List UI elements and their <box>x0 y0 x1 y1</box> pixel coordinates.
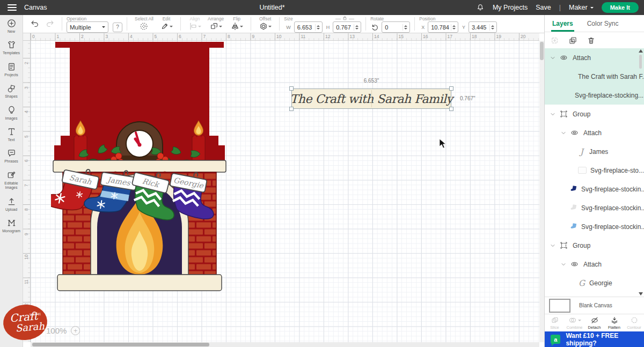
canvas-vertical-scroll-thumb[interactable] <box>540 42 544 60</box>
rotate-stepper[interactable] <box>402 24 408 31</box>
selection-handle-bottom-left[interactable] <box>289 107 294 111</box>
detach-icon <box>590 316 599 324</box>
detach-button[interactable]: Detach <box>584 314 604 331</box>
promo-banner[interactable]: a Want £10 + FREE shipping? <box>545 331 644 347</box>
combine-button[interactable]: Combine <box>565 314 584 331</box>
flatten-button[interactable]: Flatten <box>604 314 624 331</box>
undo-icon[interactable] <box>30 19 39 29</box>
operation-label: Operation <box>67 16 122 21</box>
size-lock[interactable] <box>335 15 354 21</box>
canvas-vertical-scrollbar[interactable] <box>539 41 544 342</box>
tab-color-sync[interactable]: Color Sync <box>587 15 619 32</box>
selection-handle-top-right[interactable] <box>449 86 453 91</box>
arrange-button[interactable]: Arrange <box>204 15 227 33</box>
rotate-icon[interactable] <box>370 23 380 32</box>
sidebar-item-editable-images[interactable]: Editable Images <box>0 167 23 193</box>
rotate-input[interactable]: 0 <box>382 21 410 33</box>
layer-row-group[interactable]: Group <box>545 236 644 255</box>
x-axis-label: X <box>421 25 425 30</box>
chevron-down-icon[interactable] <box>561 130 566 136</box>
layers-scrollbar[interactable] <box>638 49 643 296</box>
mouse-cursor <box>439 138 447 149</box>
offset-button[interactable]: Offset <box>255 15 275 33</box>
duplicate-icon[interactable] <box>568 36 577 45</box>
height-input[interactable]: 0.767 <box>333 21 361 33</box>
position-y-input[interactable]: 3.445 <box>469 21 497 33</box>
selected-text-object[interactable]: The Craft with Sarah Family <box>291 88 451 109</box>
contour-button[interactable]: Contour <box>624 314 644 331</box>
sidebar-item-images[interactable]: Images <box>0 102 23 123</box>
height-stepper[interactable] <box>354 24 360 31</box>
scroll-up-icon[interactable] <box>639 49 643 53</box>
layer-label: Svg-fireplace-stockin... <box>581 223 644 231</box>
bell-icon[interactable] <box>476 3 485 12</box>
chevron-down-icon[interactable] <box>561 262 566 267</box>
slice-button[interactable]: Slice <box>545 314 565 331</box>
sidebar-item-templates[interactable]: Templates <box>0 36 23 58</box>
action-label: Combine <box>566 325 582 330</box>
group-icon <box>559 241 568 250</box>
save-link[interactable]: Save <box>536 4 551 11</box>
sidebar-item-projects[interactable]: Projects <box>0 58 23 80</box>
canvas-color-swatch[interactable] <box>549 299 570 313</box>
operation-select[interactable]: Multiple <box>67 21 108 33</box>
make-it-button[interactable]: Make It <box>602 2 639 13</box>
sidebar-item-upload[interactable]: Upload <box>0 193 23 215</box>
fireplace-artwork[interactable]: Sarah James Rick <box>51 41 228 295</box>
zoom-in-icon[interactable]: + <box>71 326 80 335</box>
blank-canvas-row: Blank Canvas <box>545 297 644 314</box>
sidebar-item-shapes[interactable]: Shapes <box>0 80 23 101</box>
zoom-level: 100% <box>46 326 67 335</box>
sidebar-item-label: Editable Images <box>1 181 22 190</box>
document-title: Untitled* <box>0 4 544 11</box>
select-all-button[interactable]: Select All <box>131 15 157 33</box>
position-x-stepper[interactable] <box>451 24 457 31</box>
align-button[interactable]: Align <box>185 15 204 33</box>
chevron-down-icon[interactable] <box>550 243 555 248</box>
position-x-input[interactable]: 10.784 <box>428 21 458 33</box>
chevron-down-icon[interactable] <box>550 55 555 61</box>
flip-button[interactable]: Flip <box>227 15 246 33</box>
layer-row-the-craft-with-sarah-f[interactable]: The Craft with Sarah F... <box>545 67 644 86</box>
my-projects-link[interactable]: My Projects <box>493 4 528 11</box>
width-input[interactable]: 6.653 <box>294 21 323 33</box>
chevron-down-icon <box>102 26 105 29</box>
width-stepper[interactable] <box>315 24 321 31</box>
design-grid[interactable]: Sarah James Rick <box>31 41 539 342</box>
tab-layers[interactable]: Layers <box>552 15 573 32</box>
edit-menu-button[interactable]: Edit <box>157 15 176 33</box>
layer-row-james[interactable]: JJames <box>545 142 644 161</box>
sidebar-item-text[interactable]: Text <box>0 123 23 145</box>
hamburger-menu-icon[interactable] <box>8 4 17 11</box>
layer-row-group[interactable]: Group <box>545 105 644 123</box>
layer-row-attach[interactable]: Attach <box>545 123 644 142</box>
sidebar-item-new[interactable]: New <box>0 15 23 36</box>
selection-handle-bottom-right[interactable] <box>449 107 453 111</box>
layers-scroll-thumb[interactable] <box>639 55 642 69</box>
layer-label: Attach <box>583 261 602 268</box>
scroll-down-icon[interactable] <box>639 292 643 296</box>
h-ruler-number: 20 <box>521 34 525 39</box>
sidebar-item-phrases[interactable]: Phrases <box>0 145 23 166</box>
layer-row-svg-fireplace-stockin[interactable]: Svg-fireplace-stockin... <box>545 198 644 217</box>
selection-handle-top-left[interactable] <box>289 86 294 91</box>
redo-icon[interactable] <box>46 19 55 29</box>
layer-row-georgie[interactable]: GGeorgie <box>545 274 644 292</box>
group-select-icon[interactable] <box>550 36 559 45</box>
layer-row-svg-fireplace-stockin[interactable]: Svg-fireplace-stockin... <box>545 217 644 236</box>
horizontal-scroll-thumb[interactable] <box>32 343 209 346</box>
layer-label: Attach <box>583 129 602 137</box>
chevron-down-icon[interactable] <box>550 112 555 117</box>
sidebar-item-monogram[interactable]: Monogram <box>0 215 23 236</box>
layer-label: Group <box>573 242 590 249</box>
operation-help-button[interactable]: ? <box>113 23 122 32</box>
machine-select[interactable]: Maker <box>569 4 594 11</box>
layer-row-svg-fireplace-stocking[interactable]: Svg-fireplace-stocking... <box>545 86 644 105</box>
trash-icon[interactable] <box>587 36 596 45</box>
layer-row-attach[interactable]: Attach <box>545 48 644 67</box>
horizontal-scrollbar[interactable] <box>31 342 539 347</box>
layer-row-svg-fireplace-stockin[interactable]: Svg-fireplace-stockin... <box>545 180 644 198</box>
layer-row-attach[interactable]: Attach <box>545 255 644 274</box>
layer-row-svg-fireplace-sto[interactable]: Svg-fireplace-sto... <box>545 161 644 180</box>
position-y-stepper[interactable] <box>489 24 495 31</box>
